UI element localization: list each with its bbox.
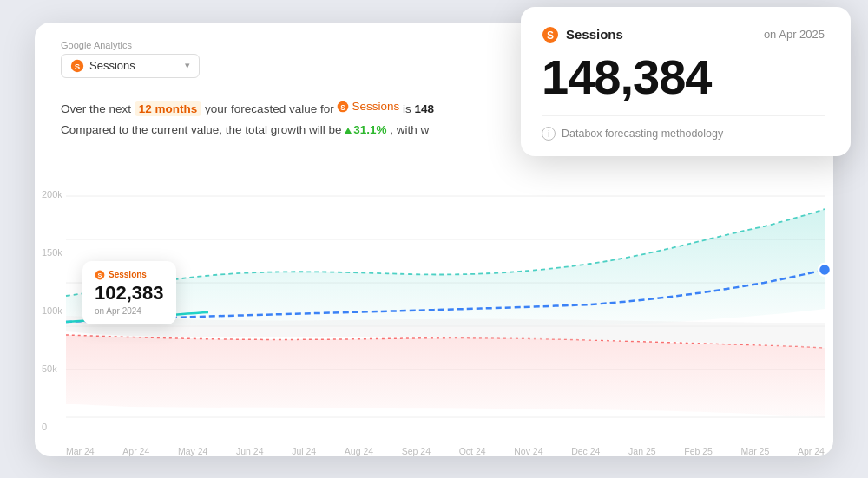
forecast-sessions: S Sessions (337, 96, 399, 117)
chart-tooltip-icon: S (95, 270, 105, 280)
x-label-jan25: Jan 25 (628, 446, 656, 456)
svg-text:S: S (98, 272, 102, 279)
svg-text:S: S (341, 102, 346, 111)
big-tooltip-sessions: S Sessions (542, 26, 623, 43)
x-label-oct24: Oct 24 (459, 446, 486, 456)
y-label-200k: 200k (42, 189, 62, 200)
x-label-nov24: Nov 24 (514, 446, 542, 456)
x-label-sep24: Sep 24 (402, 446, 431, 456)
sessions-text: Sessions (352, 96, 399, 117)
svg-text:S: S (547, 29, 554, 42)
chart-endpoint-dot (819, 264, 831, 276)
x-axis-labels: Mar 24 Apr 24 May 24 Jun 24 Jul 24 Aug 2… (66, 446, 825, 456)
chart-tooltip-value: 102,383 (95, 282, 164, 304)
chart-tooltip-label: S Sessions (95, 270, 164, 280)
chart-tooltip-card: S Sessions 102,383 on Apr 2024 (82, 261, 176, 324)
chart-tooltip-date: on Apr 2024 (95, 306, 164, 316)
forecast-prefix: Over the next (61, 102, 131, 115)
growth-value: 31.1% (353, 120, 386, 141)
x-label-jul24: Jul 24 (292, 446, 316, 456)
y-label-100k: 100k (42, 305, 62, 316)
sessions-icon: S (70, 59, 84, 73)
x-label-dec24: Dec 24 (571, 446, 600, 456)
forecast-text: Over the next 12 months your forecasted … (61, 96, 434, 141)
big-tooltip-sessions-icon: S (542, 26, 559, 43)
big-tooltip-card: S Sessions on Apr 2025 148,384 i Databox… (521, 7, 851, 157)
x-label-may24: May 24 (178, 446, 207, 456)
x-label-apr25: Apr 24 (798, 446, 825, 456)
y-label-150k: 150k (42, 247, 62, 258)
x-label-apr24: Apr 24 (122, 446, 149, 456)
big-tooltip-footer-text: Databox forecasting methodology (562, 128, 723, 140)
big-tooltip-header: S Sessions on Apr 2025 (542, 26, 825, 43)
triangle-up-icon (345, 128, 352, 134)
y-label-50k: 50k (42, 363, 62, 374)
chart-area: 200k 150k 100k 50k 0 (35, 161, 833, 456)
x-label-mar24: Mar 24 (66, 446, 95, 456)
forecast-suffix: , with w (390, 123, 429, 136)
sessions-dropdown[interactable]: S Sessions ▾ (61, 54, 200, 78)
forecast-is: is (403, 102, 415, 115)
x-label-feb25: Feb 25 (684, 446, 713, 456)
x-label-mar25: Mar 25 (741, 446, 770, 456)
big-tooltip-footer: i Databox forecasting methodology (542, 115, 825, 141)
chevron-down-icon: ▾ (185, 60, 190, 71)
forecast-months: 12 months (135, 101, 202, 116)
big-tooltip-value: 148,384 (542, 50, 825, 104)
y-axis-labels: 200k 150k 100k 50k 0 (42, 189, 62, 432)
forecast-line2-prefix: Compared to the current value, the total… (61, 123, 345, 136)
main-card: Google Analytics S Sessions ▾ Over the n… (35, 23, 833, 456)
sessions-inline-icon: S (337, 101, 349, 113)
big-tooltip-sessions-label: Sessions (566, 27, 623, 42)
growth-badge: 31.1% (345, 120, 386, 141)
x-label-jun24: Jun 24 (236, 446, 264, 456)
dropdown-label: Sessions (89, 59, 180, 72)
forecast-middle: your forecasted value for (205, 102, 337, 115)
source-label: Google Analytics (61, 40, 200, 50)
big-tooltip-date: on Apr 2025 (764, 28, 825, 41)
info-icon: i (542, 127, 556, 141)
x-label-aug24: Aug 24 (345, 446, 373, 456)
svg-text:S: S (75, 62, 81, 71)
forecast-value-inline: 148 (414, 102, 434, 115)
y-label-0: 0 (42, 422, 62, 432)
top-controls: Google Analytics S Sessions ▾ (61, 40, 200, 78)
